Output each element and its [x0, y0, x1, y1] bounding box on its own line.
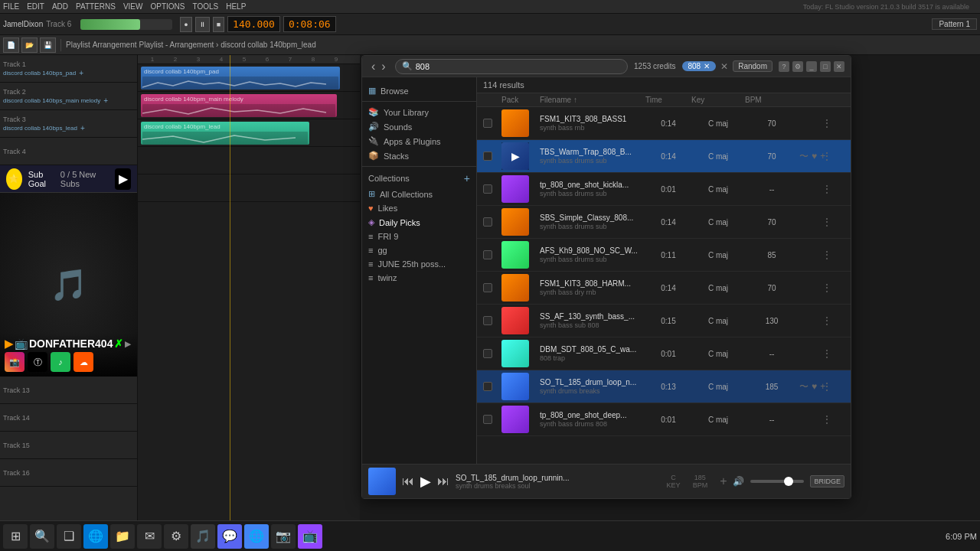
- player-prev-btn[interactable]: ⏮: [402, 474, 414, 488]
- player-add-btn[interactable]: +: [720, 474, 727, 488]
- track-3-add[interactable]: +: [80, 124, 85, 132]
- row-more-btn-3[interactable]: ⋮: [822, 183, 844, 195]
- row-like-btn[interactable]: ♥: [811, 381, 818, 392]
- row-waveform-btn[interactable]: 〜: [799, 380, 809, 393]
- sidebar-item-twinz[interactable]: ≡ twinz: [362, 271, 476, 285]
- taskbar-edge[interactable]: 🌐: [83, 524, 108, 549]
- nav-forward-btn[interactable]: ›: [378, 60, 388, 73]
- taskbar-windows[interactable]: ⊞: [3, 524, 28, 549]
- taskbar-taskview[interactable]: ❑: [57, 524, 81, 549]
- table-row-3[interactable]: tp_808_one_shot_kickla... synth bass dru…: [477, 173, 851, 206]
- pattern-block-3-1[interactable]: discord collab 140bpm_lead: [141, 122, 309, 145]
- menu-file[interactable]: FILE: [3, 2, 19, 11]
- menu-tools[interactable]: TOOLS: [192, 2, 218, 11]
- taskbar-discord[interactable]: 💬: [217, 524, 242, 549]
- play-pause-btn[interactable]: ⏸: [195, 17, 210, 32]
- row-more-btn-9[interactable]: ⋮: [822, 380, 844, 393]
- tiktok-icon[interactable]: ▶: [115, 168, 131, 190]
- toolbar-save[interactable]: 💾: [40, 37, 56, 53]
- sidebar-item-daily-picks[interactable]: ◈ Daily Picks: [362, 215, 476, 230]
- col-time[interactable]: Time: [645, 96, 691, 104]
- row-like-btn[interactable]: ♥: [811, 151, 818, 161]
- sidebar-sounds[interactable]: 🔊 Sounds: [362, 119, 476, 134]
- nav-back-btn[interactable]: ‹: [368, 60, 378, 73]
- menu-options[interactable]: OPTIONS: [150, 2, 185, 11]
- row-more-btn-7[interactable]: ⋮: [822, 315, 844, 327]
- row-checkbox-10[interactable]: [483, 415, 492, 424]
- row-more-btn-8[interactable]: ⋮: [822, 347, 844, 360]
- taskbar-obs[interactable]: 📷: [271, 524, 296, 549]
- player-next-btn[interactable]: ⏭: [437, 474, 449, 488]
- row-checkbox-5[interactable]: [483, 250, 492, 259]
- row-checkbox-7[interactable]: [483, 316, 492, 325]
- maximize-btn[interactable]: □: [820, 61, 831, 72]
- taskbar-fl-studio[interactable]: 🎵: [191, 524, 215, 549]
- table-row-2[interactable]: ▶ TBS_Warm_Trap_808_B... synth bass drum…: [477, 140, 851, 173]
- help-btn[interactable]: ?: [779, 61, 789, 72]
- sidebar-item-june25[interactable]: ≡ JUNE 25th poss...: [362, 257, 476, 271]
- row-checkbox-3[interactable]: [483, 184, 492, 194]
- menu-edit[interactable]: EDIT: [27, 2, 44, 11]
- row-waveform-btn[interactable]: 〜: [799, 150, 809, 163]
- sidebar-library[interactable]: 📚 Your Library: [362, 105, 476, 119]
- row-checkbox-8[interactable]: [483, 349, 492, 358]
- row-checkbox-6[interactable]: [483, 283, 492, 292]
- row-more-btn-4[interactable]: ⋮: [822, 216, 844, 228]
- table-row-8[interactable]: DBM_SDT_808_05_C_wa... 808 trap 0:01 C m…: [477, 337, 851, 370]
- clear-all-btn[interactable]: ✕: [720, 61, 728, 72]
- sidebar-item-gg[interactable]: ≡ gg: [362, 243, 476, 257]
- filter-remove-btn[interactable]: ✕: [704, 62, 710, 70]
- sidebar-item-likes[interactable]: ♥ Likes: [362, 201, 476, 215]
- menu-help[interactable]: HELP: [226, 2, 246, 11]
- menu-view[interactable]: VIEW: [123, 2, 143, 11]
- col-filename[interactable]: Filename ↑: [540, 96, 645, 104]
- menu-add[interactable]: ADD: [52, 2, 68, 11]
- pattern-block-2-1[interactable]: discord collab 140bpm_main melody: [141, 94, 337, 117]
- row-more-btn-1[interactable]: ⋮: [822, 117, 844, 129]
- pattern-block-1-1[interactable]: discord collab 140bpm_pad: [141, 67, 340, 90]
- toolbar-new[interactable]: 📄: [3, 37, 19, 53]
- table-row-10[interactable]: tp_808_one_shot_deep... synth bass drums…: [477, 403, 851, 436]
- random-btn[interactable]: Random: [733, 60, 773, 72]
- taskbar-twitch[interactable]: 📺: [298, 524, 322, 549]
- sidebar-item-fri9[interactable]: ≡ FRI 9: [362, 230, 476, 243]
- taskbar-mail[interactable]: ✉: [137, 524, 162, 549]
- sidebar-apps[interactable]: 🔌 Apps & Plugins: [362, 134, 476, 148]
- instagram-icon[interactable]: 📸: [5, 352, 24, 372]
- stop-btn[interactable]: ■: [213, 17, 224, 32]
- track-1-add[interactable]: +: [79, 69, 83, 77]
- col-key[interactable]: Key: [691, 96, 745, 104]
- sidebar-item-all-collections[interactable]: ⊞ All Collections: [362, 187, 476, 201]
- toolbar-open[interactable]: 📂: [21, 37, 38, 53]
- row-more-btn-2[interactable]: ⋮: [822, 150, 844, 162]
- add-collection-btn[interactable]: +: [464, 172, 470, 184]
- track-2-add[interactable]: +: [103, 96, 108, 105]
- taskbar-settings[interactable]: ⚙: [164, 524, 188, 549]
- col-pack[interactable]: Pack: [501, 96, 540, 104]
- record-btn[interactable]: ●: [180, 17, 191, 32]
- table-row-6[interactable]: FSM1_KIT3_808_HARM... synth bass dry rnb…: [477, 272, 851, 305]
- taskbar-search[interactable]: 🔍: [30, 524, 54, 549]
- table-row-1[interactable]: FSM1_KIT3_808_BASS1 synth bass rnb 0:14 …: [477, 107, 851, 140]
- sidebar-stacks[interactable]: 📦 Stacks: [362, 148, 476, 163]
- pattern-selector[interactable]: Pattern 1: [932, 18, 977, 30]
- minimize-btn[interactable]: _: [806, 61, 817, 72]
- table-row-9[interactable]: SO_TL_185_drum_loop_n... synth drums bre…: [477, 370, 851, 403]
- close-btn[interactable]: ✕: [834, 61, 844, 72]
- row-more-btn-5[interactable]: ⋮: [822, 249, 844, 261]
- table-row-5[interactable]: AFS_Kh9_808_NO_SC_W... synth bass drums …: [477, 239, 851, 272]
- col-bpm[interactable]: BPM: [745, 96, 799, 104]
- table-row-4[interactable]: SBS_Simple_Classy_808... synth bass drum…: [477, 206, 851, 239]
- volume-slider[interactable]: [750, 480, 804, 483]
- sidebar-browse[interactable]: ▦ Browse: [362, 83, 476, 98]
- spotify-icon[interactable]: ♪: [51, 352, 70, 372]
- taskbar-explorer[interactable]: 📁: [110, 524, 135, 549]
- soundcloud-icon[interactable]: ☁: [74, 352, 93, 372]
- row-checkbox-9[interactable]: [483, 382, 492, 391]
- settings-btn[interactable]: ⚙: [792, 61, 803, 72]
- row-more-btn-10[interactable]: ⋮: [822, 413, 844, 425]
- threads-icon[interactable]: Ⓣ: [28, 352, 47, 372]
- row-more-btn-6[interactable]: ⋮: [822, 282, 844, 294]
- row-checkbox-4[interactable]: [483, 217, 492, 227]
- row-checkbox-1[interactable]: [483, 119, 492, 128]
